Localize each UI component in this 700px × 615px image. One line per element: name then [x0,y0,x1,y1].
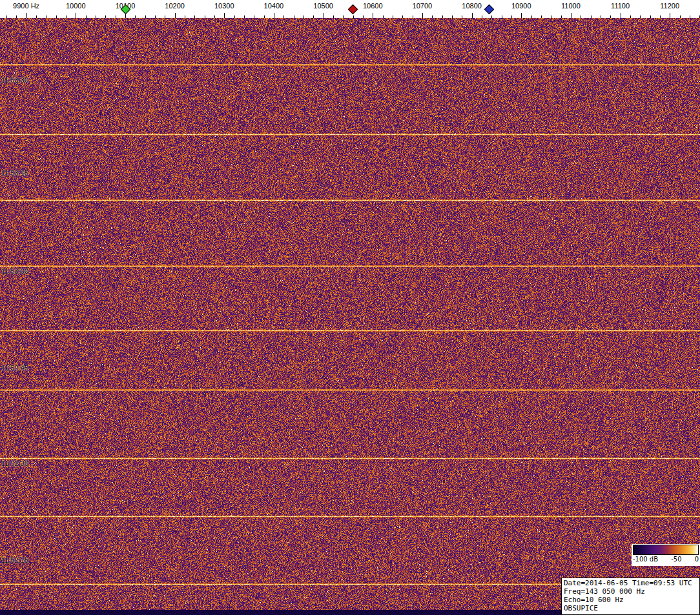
ruler-tick [452,15,453,18]
ruler-tick [145,15,146,18]
ruler-tick [244,15,245,18]
ruler-tick [155,15,156,18]
ruler-tick-label: 10300 [214,2,234,10]
ruler-tick [591,15,592,18]
ruler-tick-label: 11000 [561,2,581,10]
ruler-tick [491,15,492,18]
ruler-tick [254,15,254,18]
ruler-tick-label: 10500 [313,2,333,10]
ruler-tick [373,13,373,18]
ruler-tick [66,15,67,18]
ruler-tick-label: 10700 [413,2,433,10]
ruler-tick [16,15,17,18]
frequency-ruler[interactable]: 9900 Hz100001010010200103001040010500106… [0,0,700,18]
ruler-tick [6,15,7,18]
ruler-tick [363,15,364,18]
time-axis-label: 11:52:15 [1,556,28,564]
ruler-tick [402,15,403,18]
ruler-tick [551,15,551,18]
ruler-tick-label: 9900 Hz [13,2,39,10]
info-echo-line: Echo=10 600 Hz [564,596,697,604]
ruler-tick [650,15,651,18]
ruler-tick-label: 10900 [511,2,531,10]
ruler-tick [472,13,473,18]
ruler-tick [56,15,57,18]
ruler-tick [205,15,205,18]
ruler-tick [670,13,670,18]
ruler-tick [630,15,631,18]
frequency-marker-blue[interactable] [484,5,495,15]
ruler-tick [333,15,334,18]
ruler-tick [442,15,443,18]
ruler-tick [581,15,581,18]
ruler-tick [502,15,502,18]
ruler-tick [294,15,294,18]
ruler-tick [264,15,265,18]
ruler-tick [541,15,542,18]
time-axis-label: 11:52:30 [1,459,28,467]
colorbar-label-mid: -50 [671,555,681,564]
ruler-tick-label: 10000 [66,2,86,10]
ruler-tick [660,15,661,18]
ruler-tick [185,15,185,18]
ruler-tick [511,15,512,18]
ruler-tick [521,13,522,18]
ruler-tick [353,15,354,18]
ruler-tick [383,15,384,18]
waterfall-display[interactable]: -100 dB -50 0 Date=2014-06-05 Time=09:53… [0,18,700,615]
frequency-marker-red[interactable] [348,5,358,15]
ruler-tick [283,15,284,18]
ruler-tick [690,15,690,18]
ruler-tick [175,13,176,18]
ruler-tick [462,15,462,18]
colorbar: -100 dB -50 0 [632,544,700,566]
ruler-tick [304,15,304,18]
colorbar-label-min: -100 dB [633,555,658,564]
ruler-tick-label: 10200 [165,2,185,10]
info-box: Date=2014-06-05 Time=09:53 UTC Freq=143 … [561,578,700,615]
ruler-tick [86,15,87,18]
ruler-tick [313,15,314,18]
ruler-tick [324,13,324,18]
ruler-tick [601,15,601,18]
time-axis-label: 11:53:00 [1,267,28,275]
ruler-tick [432,15,433,18]
time-axis-label: 11:53:15 [1,169,28,177]
colorbar-labels: -100 dB -50 0 [633,555,699,564]
ruler-tick [36,15,37,18]
ruler-tick [393,15,393,18]
ruler-tick [224,13,225,18]
waterfall-canvas[interactable] [0,18,700,615]
ruler-tick [413,15,413,18]
ruler-tick [214,15,215,18]
ruler-tick [96,15,96,18]
info-station-line: OBSUPICE [564,604,697,612]
ruler-tick [422,13,423,18]
ruler-tick [482,15,482,18]
ruler-tick [610,15,611,18]
ruler-tick [274,13,274,18]
ruler-tick-label: 11100 [611,2,630,10]
spectrogram-app: 9900 Hz100001010010200103001040010500106… [0,0,700,615]
ruler-tick-label: 11200 [660,2,679,10]
ruler-tick-label: 10600 [363,2,383,10]
time-axis-label: 11:53:30 [1,76,28,84]
ruler-tick [165,15,165,18]
ruler-tick [76,13,76,18]
ruler-tick [116,15,116,18]
ruler-tick [561,15,562,18]
ruler-tick [194,15,195,18]
ruler-tick [234,15,235,18]
ruler-tick [640,15,641,18]
colorbar-label-max: 0 [695,555,699,564]
ruler-tick [531,15,532,18]
ruler-tick [46,15,46,18]
ruler-tick [105,15,106,18]
info-date-line: Date=2014-06-05 Time=09:53 UTC [564,579,697,587]
ruler-tick-label: 10400 [264,2,284,10]
time-axis-label: 11:52:45 [1,364,28,372]
ruler-tick [621,13,621,18]
ruler-tick [680,15,681,18]
ruler-tick [343,15,344,18]
ruler-tick [26,13,27,18]
